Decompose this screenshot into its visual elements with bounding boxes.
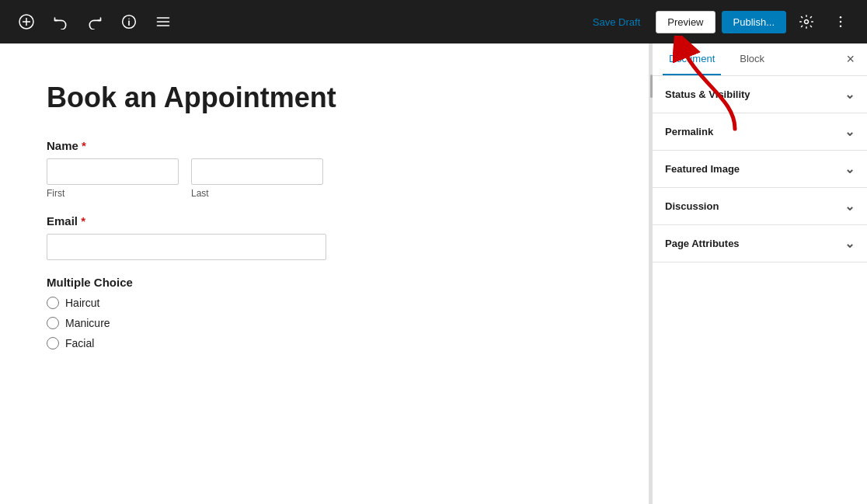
- sidebar: Document Block × Status & Visibility ⌄ P…: [649, 43, 867, 504]
- tab-block[interactable]: Block: [733, 43, 771, 75]
- section-label-page-attributes: Page Attributes: [665, 238, 740, 249]
- svg-point-9: [805, 20, 809, 24]
- name-section: Name * First Last: [47, 139, 602, 199]
- section-header-permalink[interactable]: Permalink ⌄: [653, 113, 867, 150]
- choice-haircut: Haircut: [47, 297, 602, 309]
- section-discussion: Discussion ⌄: [653, 188, 867, 225]
- add-button[interactable]: [12, 8, 40, 36]
- page-title: Book an Appointment: [47, 81, 602, 114]
- chevron-featured-image: ⌄: [844, 162, 855, 176]
- section-permalink: Permalink ⌄: [653, 113, 867, 151]
- svg-point-5: [128, 18, 130, 19]
- editor-area: Book an Appointment Name * First Last: [0, 43, 649, 504]
- section-header-featured-image[interactable]: Featured Image ⌄: [653, 151, 867, 187]
- publish-button[interactable]: Publish...: [722, 11, 786, 33]
- radio-manicure[interactable]: [47, 317, 59, 329]
- last-name-hint: Last: [191, 188, 323, 199]
- undo-button[interactable]: [47, 8, 75, 36]
- choice-manicure: Manicure: [47, 317, 602, 329]
- first-name-input[interactable]: [47, 158, 179, 185]
- choice-facial: Facial: [47, 337, 602, 349]
- email-label: Email *: [47, 214, 602, 228]
- toolbar: Save Draft Preview Publish...: [0, 0, 867, 43]
- svg-point-10: [840, 16, 842, 19]
- sidebar-tabs: Document Block ×: [650, 43, 867, 76]
- chevron-discussion: ⌄: [844, 199, 855, 214]
- section-featured-image: Featured Image ⌄: [653, 151, 867, 188]
- scroll-indicator[interactable]: [650, 43, 653, 504]
- section-page-attributes: Page Attributes ⌄: [653, 225, 867, 262]
- email-section: Email *: [47, 214, 602, 260]
- sidebar-close-button[interactable]: ×: [846, 43, 855, 75]
- tab-document[interactable]: Document: [663, 43, 721, 75]
- name-label: Name *: [47, 139, 602, 152]
- save-draft-button[interactable]: Save Draft: [583, 12, 649, 33]
- info-button[interactable]: [115, 8, 143, 36]
- multiple-choice-section: Multiple Choice Haircut Manicure Facial: [47, 276, 602, 349]
- name-row: First Last: [47, 158, 602, 199]
- first-name-wrap: First: [47, 158, 179, 199]
- first-name-hint: First: [47, 188, 179, 199]
- last-name-input[interactable]: [191, 158, 323, 185]
- section-header-page-attributes[interactable]: Page Attributes ⌄: [653, 225, 867, 262]
- scroll-thumb: [650, 75, 653, 98]
- more-options-button[interactable]: [827, 8, 855, 36]
- section-header-discussion[interactable]: Discussion ⌄: [653, 188, 867, 224]
- menu-button[interactable]: [149, 8, 177, 36]
- chevron-page-attributes: ⌄: [844, 236, 855, 251]
- email-input[interactable]: [47, 234, 326, 260]
- last-name-wrap: Last: [191, 158, 323, 199]
- settings-button[interactable]: [792, 8, 820, 36]
- section-header-status[interactable]: Status & Visibility ⌄: [653, 76, 867, 113]
- sidebar-panel: Status & Visibility ⌄ Permalink ⌄ Featur…: [650, 76, 867, 504]
- required-indicator: *: [82, 139, 86, 152]
- main-layout: Book an Appointment Name * First Last: [0, 43, 867, 504]
- redo-button[interactable]: [81, 8, 109, 36]
- multiple-choice-label: Multiple Choice: [47, 276, 602, 289]
- section-label-featured-image: Featured Image: [665, 163, 740, 175]
- section-label-status: Status & Visibility: [665, 89, 750, 100]
- chevron-status: ⌄: [844, 87, 855, 102]
- email-required-indicator: *: [81, 214, 85, 228]
- preview-button[interactable]: Preview: [656, 11, 715, 33]
- svg-point-11: [840, 21, 842, 23]
- section-label-permalink: Permalink: [665, 126, 713, 137]
- svg-point-12: [840, 26, 842, 28]
- section-status-visibility: Status & Visibility ⌄: [653, 76, 867, 113]
- section-label-discussion: Discussion: [665, 200, 719, 212]
- radio-facial[interactable]: [47, 337, 59, 349]
- chevron-permalink: ⌄: [844, 124, 855, 139]
- radio-haircut[interactable]: [47, 297, 59, 309]
